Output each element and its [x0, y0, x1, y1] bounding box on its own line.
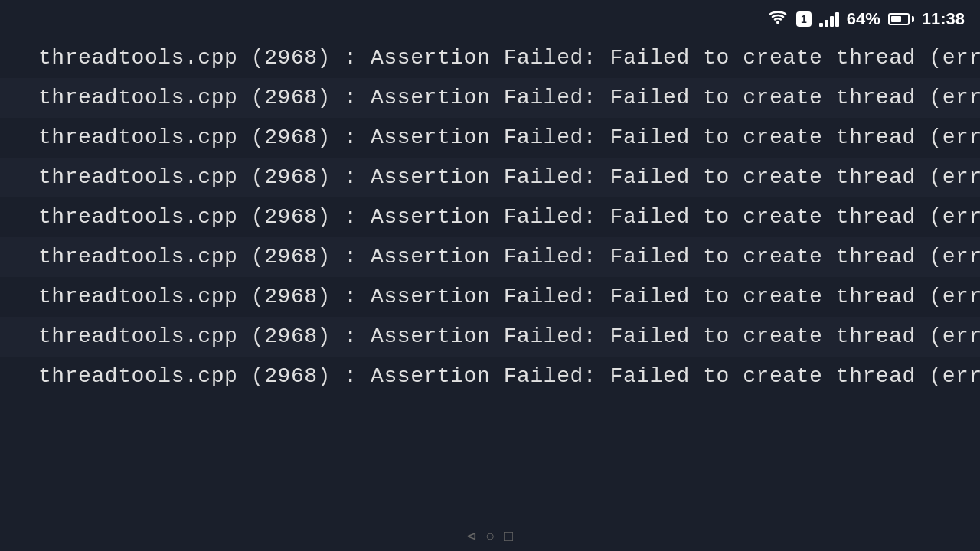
sim-badge: 1	[796, 11, 812, 27]
signal-bar-1	[819, 23, 823, 27]
log-line: threadtools.cpp (2968) : Assertion Faile…	[0, 38, 980, 78]
signal-bar-4	[835, 12, 839, 27]
log-line: threadtools.cpp (2968) : Assertion Faile…	[0, 78, 980, 118]
log-line: threadtools.cpp (2968) : Assertion Faile…	[0, 197, 980, 237]
nav-bar: ⊲ ○ □	[0, 520, 980, 551]
signal-icon	[819, 11, 839, 27]
battery-fill	[891, 16, 901, 22]
log-container[interactable]: threadtools.cpp (2968) : Assertion Faile…	[0, 38, 980, 551]
log-line: threadtools.cpp (2968) : Assertion Faile…	[0, 158, 980, 197]
status-icons: 1 64% 11:38	[767, 8, 965, 31]
status-bar: 1 64% 11:38	[0, 0, 980, 38]
battery-body	[888, 13, 910, 25]
time-display: 11:38	[922, 9, 965, 29]
signal-bar-3	[830, 16, 834, 27]
signal-bar-2	[825, 20, 828, 27]
log-line: threadtools.cpp (2968) : Assertion Faile…	[0, 317, 980, 357]
log-line: threadtools.cpp (2968) : Assertion Faile…	[0, 118, 980, 158]
battery-tip	[912, 16, 914, 22]
svg-point-0	[776, 21, 779, 24]
log-line: threadtools.cpp (2968) : Assertion Faile…	[0, 237, 980, 277]
nav-indicator: ⊲ ○ □	[467, 527, 513, 546]
log-line: threadtools.cpp (2968) : Assertion Faile…	[0, 357, 980, 396]
log-line: threadtools.cpp (2968) : Assertion Faile…	[0, 277, 980, 317]
battery-percent: 64%	[847, 9, 880, 29]
wifi-icon	[767, 8, 789, 31]
battery-icon	[888, 13, 914, 25]
